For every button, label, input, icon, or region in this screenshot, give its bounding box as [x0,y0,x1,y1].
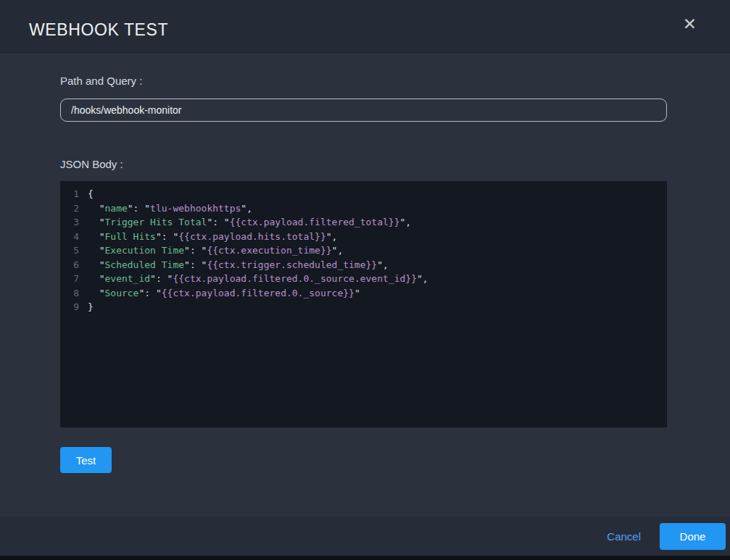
path-query-label: Path and Query : [60,75,667,87]
line-content: "Trigger Hits Total": "{{ctx.payload.fil… [88,215,411,230]
code-line: 1{ [60,187,667,201]
line-content: "Full Hits": "{{ctx.payload.hits.total}}… [88,230,337,244]
code-line: 3 "Trigger Hits Total": "{{ctx.payload.f… [60,215,667,230]
path-query-input[interactable] [60,99,667,122]
line-number: 4 [60,230,79,244]
close-icon[interactable]: ✕ [681,14,698,34]
modal-title: WEBHOOK TEST [29,20,168,40]
line-number: 5 [60,243,79,258]
line-number: 6 [60,258,79,272]
line-number: 3 [60,215,79,230]
done-button[interactable]: Done [660,523,726,550]
webhook-test-modal: WEBHOOK TEST ✕ Path and Query : JSON Bod… [0,0,730,556]
code-line: 5 "Execution Time": "{{ctx.execution_tim… [60,243,667,258]
code-line: 2 "name": "tlu-webhookhttps", [60,201,667,216]
code-line: 8 "Source": "{{ctx.payload.filtered.0._s… [60,286,667,301]
code-line: 7 "event_id": "{{ctx.payload.filtered.0.… [60,272,667,286]
line-content: { [88,187,94,201]
modal-header: WEBHOOK TEST ✕ [0,0,730,53]
line-number: 1 [60,187,79,201]
line-content: "name": "tlu-webhookhttps", [88,201,252,216]
line-content: "Scheduled Time": "{{ctx.trigger.schedul… [88,258,389,272]
code-lines: 1{2 "name": "tlu-webhookhttps",3 "Trigge… [60,187,667,314]
modal-footer: Cancel Done [0,517,730,556]
line-number: 7 [60,272,79,286]
line-content: "Execution Time": "{{ctx.execution_time}… [88,243,343,258]
code-line: 6 "Scheduled Time": "{{ctx.trigger.sched… [60,258,667,272]
test-button[interactable]: Test [60,447,112,473]
line-number: 2 [60,201,79,216]
code-line: 9} [60,300,667,314]
line-content: "Source": "{{ctx.payload.filtered.0._sou… [88,286,360,301]
line-content: "event_id": "{{ctx.payload.filtered.0._s… [88,272,428,286]
modal-body: Path and Query : JSON Body : 1{2 "name":… [0,53,730,517]
line-number: 9 [60,300,79,314]
cancel-button[interactable]: Cancel [607,530,641,543]
code-line: 4 "Full Hits": "{{ctx.payload.hits.total… [60,230,667,244]
line-number: 8 [60,286,79,301]
line-content: } [88,300,94,314]
json-editor[interactable]: 1{2 "name": "tlu-webhookhttps",3 "Trigge… [60,181,667,427]
json-body-label: JSON Body : [60,158,667,170]
